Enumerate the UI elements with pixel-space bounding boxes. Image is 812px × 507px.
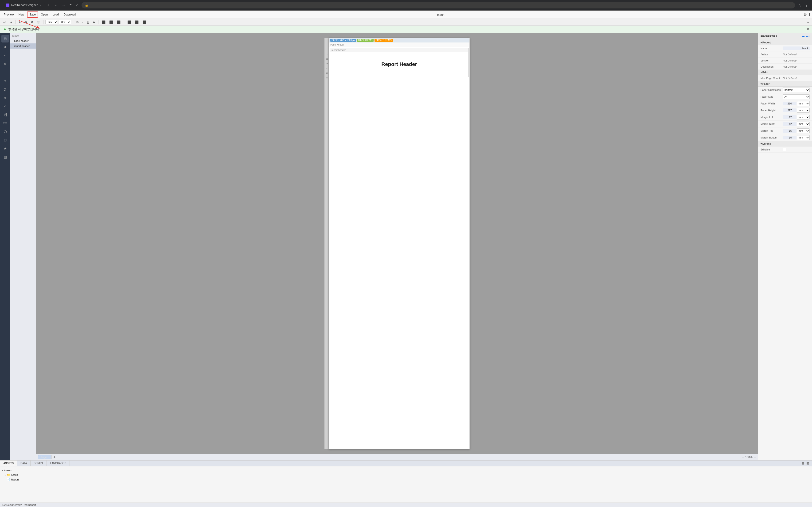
valign-bot-button[interactable]: ⬛ <box>141 20 148 25</box>
sidebar-icon-line[interactable]: — <box>1 69 9 76</box>
margin-right-unit[interactable]: mm <box>797 122 810 126</box>
font-size-select[interactable]: 8px <box>59 20 71 24</box>
section-editing[interactable]: Editing <box>758 141 812 147</box>
settings-button[interactable]: ⋮ <box>804 2 809 8</box>
sidebar-icon-move[interactable]: ✥ <box>1 60 9 68</box>
preview-button[interactable]: Preview <box>2 12 16 17</box>
bottom-tab-languages[interactable]: LANGUAGES <box>47 460 69 466</box>
align-right-button[interactable]: ⬛ <box>115 20 122 25</box>
underline-button[interactable]: U <box>86 20 91 25</box>
bookmark-button[interactable]: ☆ <box>797 2 802 8</box>
align-left-button[interactable]: ⬛ <box>100 20 107 25</box>
sidebar-icon-layers[interactable]: ⊞ <box>1 35 9 43</box>
toolbar-settings-icon[interactable]: ⚙ <box>804 12 807 17</box>
bottom-panel-expand-button[interactable]: ⊞ <box>801 460 805 466</box>
prop-input-margin-top[interactable] <box>783 129 797 133</box>
sidebar-icon-star[interactable]: ★ <box>1 145 9 152</box>
prop-checkbox-editable[interactable] <box>783 148 786 151</box>
download-button[interactable]: Download <box>61 12 78 17</box>
open-button[interactable]: Open <box>39 12 50 17</box>
save-button[interactable]: Save <box>27 11 38 17</box>
sidebar-icon-components[interactable]: ❖ <box>1 44 9 51</box>
margin-bottom-unit[interactable]: mm <box>797 135 810 140</box>
redo-button[interactable]: ↪ <box>8 20 14 25</box>
section-paper[interactable]: Paper <box>758 81 812 87</box>
bottom-tab-script[interactable]: SCRIPT <box>31 460 47 466</box>
prop-input-margin-bottom[interactable] <box>783 136 797 139</box>
prop-input-margin-left[interactable] <box>783 115 797 119</box>
bottom-tab-assets[interactable]: ASSETS <box>0 460 17 466</box>
prop-value-name[interactable]: blank <box>783 47 810 50</box>
layer-item-page-header[interactable]: page header <box>10 38 36 44</box>
prop-value-version[interactable]: Not Defined <box>783 59 810 62</box>
copy-button[interactable]: ⎘ <box>24 20 29 25</box>
tree-item-report[interactable]: 📄 Report <box>0 477 47 482</box>
prop-value-max-page-count[interactable]: Not Defined <box>783 77 810 79</box>
prop-input-paper-height[interactable] <box>783 108 797 112</box>
load-button[interactable]: Load <box>51 12 61 17</box>
tab-close-button[interactable]: × <box>40 3 41 7</box>
align-center-button[interactable]: ⬛ <box>108 20 114 25</box>
canvas-scroll[interactable]: 5 10 15 20 25 30 PAGE - 702 × 1009 px BA… <box>36 33 758 454</box>
prop-margin-bottom: Margin Bottom mm <box>758 134 812 141</box>
toolbar-info-icon[interactable]: ℹ <box>809 12 810 17</box>
prop-input-margin-right[interactable] <box>783 122 797 126</box>
layer-item-page[interactable]: [page] <box>10 33 36 38</box>
margin-left-unit[interactable]: mm <box>797 115 810 119</box>
undo-button[interactable]: ↩ <box>2 20 7 25</box>
element-type-select[interactable]: Box <box>45 20 58 24</box>
layer-item-report-header[interactable]: report header <box>10 44 36 49</box>
section-print[interactable]: Print <box>758 70 812 75</box>
add-page-button[interactable]: + <box>53 455 55 459</box>
url-input[interactable]: localhost:6081 <box>90 3 792 7</box>
new-tab-button[interactable]: + <box>46 3 51 8</box>
back-button[interactable]: ← <box>53 2 59 8</box>
sidebar-icon-cursor[interactable]: ↖ <box>1 52 9 59</box>
page-tab-1[interactable]: Page 1 <box>38 455 51 459</box>
new-button[interactable]: New <box>17 12 26 17</box>
sidebar-icon-table[interactable]: ⊟ <box>1 136 9 144</box>
prop-value-description[interactable]: Not Defined <box>783 65 810 68</box>
delete-button[interactable]: 🗑 <box>36 20 41 25</box>
zoom-out-button[interactable]: − <box>742 455 744 459</box>
properties-tab-report[interactable]: report <box>802 35 810 38</box>
sidebar-icon-text[interactable]: T <box>1 77 9 85</box>
valign-top-button[interactable]: ⬛ <box>126 20 133 25</box>
back-items-tag[interactable]: BACK ITEMS <box>357 39 374 42</box>
sidebar-icon-code[interactable]: <> <box>1 94 9 102</box>
sidebar-icon-group[interactable]: ⬡ <box>1 128 9 135</box>
paper-height-unit[interactable]: mm <box>797 108 810 113</box>
front-items-tag[interactable]: FRONT ITEMS <box>374 39 393 42</box>
bottom-panel-collapse-button[interactable]: ⊟ <box>805 460 810 466</box>
sidebar-icon-image[interactable]: 🖼 <box>1 111 9 119</box>
collapse-button[interactable]: » <box>806 20 810 25</box>
italic-button[interactable]: I <box>81 20 85 25</box>
zoom-in-button[interactable]: + <box>754 455 756 459</box>
color-button[interactable]: A <box>91 20 96 25</box>
tree-item-assets-root[interactable]: ▾ Assets <box>0 468 47 472</box>
active-tab[interactable]: RealReport Designer × <box>3 2 45 8</box>
prop-input-paper-width[interactable] <box>783 102 797 105</box>
tree-item-stock[interactable]: ▸ 📁 Stock <box>0 472 47 477</box>
prop-label-author: Author <box>761 53 783 56</box>
paper-width-unit[interactable]: mm <box>797 101 810 106</box>
notification-close-button[interactable]: × <box>807 27 809 32</box>
sidebar-icon-formula[interactable]: Σ <box>1 86 9 93</box>
paste-button[interactable]: ⧉ <box>30 19 35 25</box>
bottom-tab-data[interactable]: DATA <box>17 460 31 466</box>
margin-top-unit[interactable]: mm <box>797 128 810 133</box>
bold-button[interactable]: B <box>75 20 80 25</box>
prop-select-paper-size[interactable]: A4 A3 Letter <box>783 94 810 99</box>
sidebar-icon-svg[interactable]: SVG <box>1 119 9 127</box>
reload-button[interactable]: ↻ <box>68 2 74 8</box>
prop-value-author[interactable]: Not Defined <box>783 53 810 56</box>
prop-select-paper-orientation[interactable]: portrait landscape <box>783 88 810 92</box>
valign-mid-button[interactable]: ⬛ <box>134 20 140 25</box>
cut-button[interactable]: ✂ <box>18 20 23 25</box>
forward-button[interactable]: → <box>60 2 67 8</box>
home-button[interactable]: ⌂ <box>75 2 80 8</box>
sidebar-icon-band[interactable]: ▤ <box>1 153 9 161</box>
section-report[interactable]: Report <box>758 40 812 45</box>
report-header-band[interactable]: report header Report Header <box>330 48 468 77</box>
sidebar-icon-check[interactable]: ✓ <box>1 103 9 110</box>
